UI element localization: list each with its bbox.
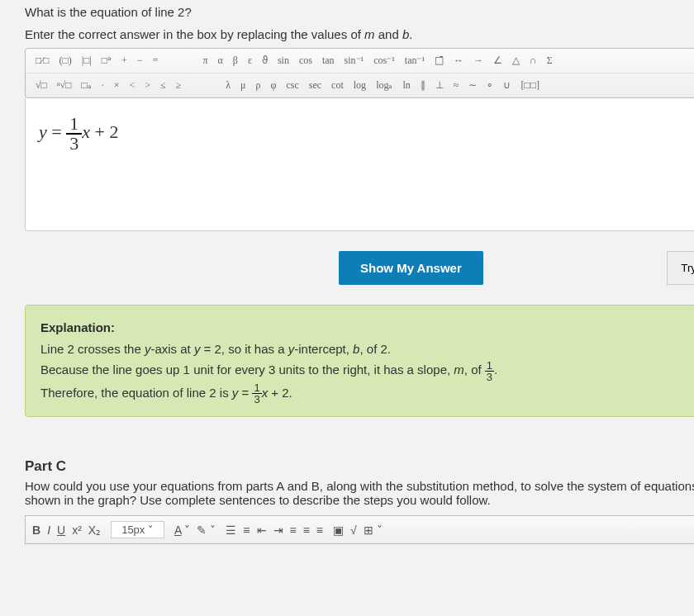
rte-bold[interactable]: B [32, 524, 40, 537]
eq-den: 3 [66, 135, 82, 153]
tool-sub[interactable]: □ₐ [76, 77, 96, 94]
tool-asin[interactable]: sin⁻¹ [340, 52, 369, 69]
tool-csc[interactable]: csc [281, 77, 303, 94]
tool-sim[interactable]: ∼ [463, 77, 482, 94]
show-answer-button[interactable]: Show My Answer [339, 251, 483, 285]
tool-fraction[interactable]: □⁄□ [31, 52, 55, 69]
tool-phi[interactable]: φ [266, 77, 282, 94]
rte-sqrt-icon[interactable]: √ [350, 524, 357, 537]
rte-textcolor[interactable]: A ˅ [174, 524, 190, 537]
rte-align-left-icon[interactable]: ≡ [290, 524, 297, 537]
math-toolbar: □⁄□ (□) |□| □ᵃ + − = π α β ε ϑ sin cos t… [25, 48, 694, 98]
part-c: Part C How could you use your equations … [25, 458, 694, 544]
tool-mu[interactable]: μ [235, 77, 250, 94]
e2b: m [454, 362, 464, 377]
eq-x: x [82, 121, 90, 142]
e3a: Therefore, the equation of line 2 is [40, 386, 232, 400]
rte-image-icon[interactable]: ▣ [333, 524, 344, 537]
tool-cos[interactable]: cos [294, 52, 317, 69]
tool-sqrt[interactable]: √□ [31, 77, 52, 94]
question-line1: What is the equation of line 2? [25, 5, 694, 19]
eq-b: 2 [109, 121, 118, 142]
rte-fontsize[interactable]: 15px ˅ [111, 521, 164, 538]
tool-sigma[interactable]: Σ [542, 52, 558, 69]
rte-align-right-icon[interactable]: ≡ [316, 524, 323, 537]
toolbar-row2: √□ ⁿ√□ □ₐ · × < > ≤ ≥ λ μ ρ φ csc sec co… [26, 73, 694, 97]
tool-atan[interactable]: tan⁻¹ [400, 52, 430, 69]
tool-eps[interactable]: ε [243, 52, 257, 69]
tool-dot[interactable]: · [97, 77, 109, 94]
tool-ln[interactable]: ln [397, 77, 415, 94]
e3c: = [238, 386, 252, 400]
rte-sub[interactable]: X₂ [88, 524, 101, 537]
rte-ol-icon[interactable]: ≡ [243, 524, 250, 537]
tool-arrows[interactable]: ↔ [449, 52, 468, 69]
tool-arrow[interactable]: → [468, 52, 488, 69]
rte-tbl: ⊞ [364, 524, 373, 537]
eq-equals: = [47, 121, 66, 142]
try-button[interactable]: Try [667, 251, 694, 285]
tool-power[interactable]: □ᵃ [97, 52, 116, 69]
tool-parallel[interactable]: ∥ [416, 77, 430, 94]
rte-indent-icon[interactable]: ⇥ [273, 524, 283, 537]
tool-lt[interactable]: < [125, 77, 140, 94]
tool-bar[interactable]: □̄ [430, 52, 449, 69]
e3-frac: 13 [252, 382, 261, 405]
tool-nroot[interactable]: ⁿ√□ [52, 77, 77, 94]
e2a: Because the line goes up 1 unit for ever… [40, 362, 454, 377]
tool-cup[interactable]: ∪ [498, 77, 516, 94]
tool-theta[interactable]: ϑ [257, 52, 273, 69]
tool-angle[interactable]: ∠ [488, 52, 507, 69]
tool-times[interactable]: × [109, 77, 125, 94]
e1a: Line 2 crosses the [40, 342, 145, 356]
rte-sup[interactable]: x² [72, 524, 82, 537]
e3f: + 2. [268, 386, 292, 400]
tool-approx[interactable]: ≈ [449, 77, 464, 94]
tool-deg[interactable]: ∘ [482, 77, 498, 94]
tool-paren[interactable]: (□) [55, 52, 77, 69]
tool-matrix[interactable]: [□□] [516, 77, 544, 94]
q2-pre: Enter the correct answer in the box by r… [25, 27, 364, 41]
tool-beta[interactable]: β [228, 52, 243, 69]
e3n: 1 [252, 382, 261, 394]
tool-pi[interactable]: π [197, 52, 212, 69]
rte-highlight[interactable]: ✎ ˅ [197, 524, 216, 537]
q2-mid: and [375, 27, 402, 41]
e2d: 3 [485, 372, 494, 382]
rte-underline[interactable]: U [57, 524, 65, 537]
rte-table-icon[interactable]: ⊞ ˅ [364, 524, 383, 537]
explanation-box: Explanation: Line 2 crosses the y-axis a… [25, 305, 694, 417]
tool-rho[interactable]: ρ [251, 77, 266, 94]
tool-lambda[interactable]: λ [221, 77, 235, 94]
tool-triangle[interactable]: △ [507, 52, 525, 69]
tool-abs[interactable]: |□| [77, 52, 97, 69]
rte-italic[interactable]: I [47, 524, 50, 537]
tool-gt[interactable]: > [140, 77, 155, 94]
rte-align-center-icon[interactable]: ≡ [303, 524, 310, 537]
tool-perp[interactable]: ⊥ [430, 77, 449, 94]
tool-acos[interactable]: cos⁻¹ [368, 52, 400, 69]
tool-minus[interactable]: − [132, 52, 148, 69]
eq-num: 1 [66, 115, 82, 135]
tool-plus[interactable]: + [116, 52, 132, 69]
tool-alpha[interactable]: α [212, 52, 227, 69]
eq-y: y [39, 121, 47, 142]
e2n: 1 [485, 360, 494, 372]
tool-sin[interactable]: sin [273, 52, 294, 69]
tool-tan[interactable]: tan [317, 52, 340, 69]
spacer [186, 83, 221, 88]
e2-frac: 13 [485, 360, 494, 382]
tool-cot[interactable]: cot [326, 77, 349, 94]
tool-ge[interactable]: ≥ [171, 77, 187, 94]
tool-equals[interactable]: = [148, 52, 164, 69]
tool-sec[interactable]: sec [304, 77, 326, 94]
tool-cap[interactable]: ∩ [525, 52, 542, 69]
tool-log[interactable]: log [349, 77, 371, 94]
rte-size-val: 15px [121, 524, 145, 536]
equation-editor[interactable]: y = 13x + 2 [25, 98, 694, 231]
tool-le[interactable]: ≤ [155, 77, 171, 94]
rte-outdent-icon[interactable]: ⇤ [257, 524, 267, 537]
rte-ul-icon[interactable]: ☰ [226, 524, 236, 537]
tool-logn[interactable]: logₐ [371, 77, 397, 94]
q2-m: m [364, 27, 375, 41]
